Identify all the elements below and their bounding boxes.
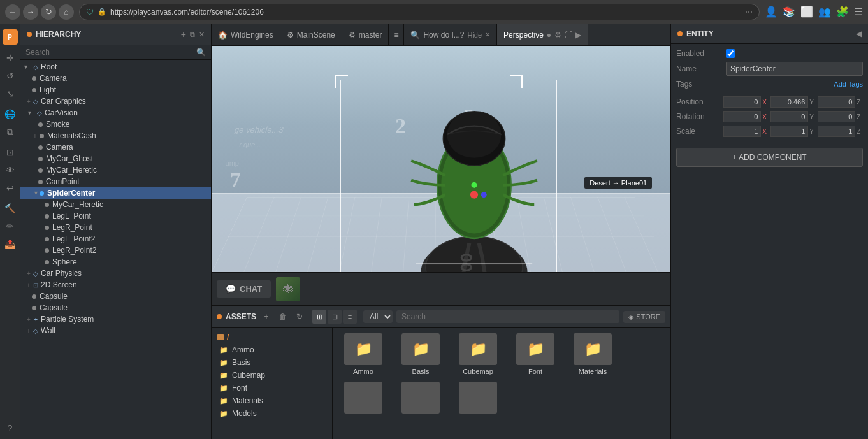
sidebar-icon-snap[interactable]: ⊡ — [2, 144, 18, 161]
url-bar[interactable]: 🛡 🔒 https://playcanvas.com/editor/scene/… — [79, 4, 760, 20]
position-z-input[interactable] — [818, 96, 855, 108]
tree-item-mycar-heretic[interactable]: MyCar_Heretic — [20, 164, 211, 176]
rotation-y-input[interactable] — [770, 111, 808, 122]
tab-perspective[interactable]: Perspective ● ⚙ ⛶ ▶ — [497, 24, 588, 46]
bookmarks-icon[interactable]: 📚 — [783, 6, 795, 18]
assets-tree-item-cubemap[interactable]: 📁 Cubemap — [212, 369, 332, 382]
tab-settings-icon[interactable]: ⚙ — [554, 31, 561, 40]
sidebar-icon-edit[interactable]: ✏ — [2, 218, 18, 234]
tab-howdoi[interactable]: 🔍 How do I...? Hide ✕ — [404, 24, 497, 46]
asset-item-materials[interactable]: 📁 Materials — [567, 333, 618, 375]
home-button[interactable]: ⌂ — [59, 4, 74, 20]
sidebar-icon-translate[interactable]: ✛ — [2, 50, 18, 66]
tree-item-car-graphics[interactable]: + ◇ Car Graphics — [20, 96, 211, 107]
scale-z-input[interactable] — [818, 126, 855, 137]
tree-item-mycar-ghost[interactable]: MyCar_Ghost — [20, 153, 211, 164]
assets-tree-item-font[interactable]: 📁 Font — [212, 382, 332, 394]
refresh-button[interactable]: ↻ — [41, 4, 56, 20]
tree-item-capsule1[interactable]: Capsule — [20, 291, 211, 302]
more-btn[interactable]: ⋯ — [745, 8, 753, 17]
sidebar-icon-rotate[interactable]: ↺ — [2, 68, 18, 84]
tree-item-2dscreen[interactable]: + ⊡ 2D Screen — [20, 279, 211, 291]
position-x-input[interactable] — [723, 96, 761, 108]
assets-tree-item-basis[interactable]: 📁 Basis — [212, 356, 332, 369]
user-icon[interactable]: 👥 — [818, 6, 831, 18]
tab-expand-icon[interactable]: ⛶ — [565, 31, 572, 40]
sidebar-icon-back[interactable]: ↩ — [2, 180, 18, 196]
assets-refresh-btn[interactable]: ↻ — [293, 310, 306, 323]
assets-tree-item-materials[interactable]: 📁 Materials — [212, 394, 332, 407]
hierarchy-add-btn[interactable]: + — [181, 29, 186, 40]
asset-item-font[interactable]: 📁 Font — [510, 333, 561, 375]
tree-item-wall[interactable]: + ◇ Wall — [20, 325, 211, 336]
tabs-icon[interactable]: ⬜ — [800, 6, 813, 18]
asset-item-row2-2[interactable] — [395, 382, 446, 414]
tree-item-legl-point2[interactable]: LegL_Point2 — [20, 233, 211, 245]
scale-x-input[interactable] — [723, 126, 761, 137]
tab-play-icon[interactable]: ▶ — [575, 31, 581, 40]
assets-search-input[interactable] — [396, 310, 619, 323]
name-input[interactable] — [726, 62, 863, 76]
hierarchy-search-icon[interactable]: 🔍 — [196, 48, 206, 57]
tree-item-spidercenter[interactable]: ▼ SpiderCenter — [20, 187, 211, 199]
back-button[interactable]: ← — [5, 4, 20, 20]
tab-close-icon[interactable]: ✕ — [485, 31, 490, 38]
asset-item-ammo[interactable]: 📁 Ammo — [338, 333, 389, 375]
rotation-z-input[interactable] — [818, 111, 855, 122]
asset-item-row2-3[interactable] — [452, 382, 503, 414]
sidebar-icon-layers[interactable]: ⧉ — [2, 124, 18, 140]
tab-mainscene[interactable]: ⚙ MainScene — [280, 24, 342, 46]
add-tags-btn[interactable]: Add Tags — [834, 80, 863, 88]
tab-list-btn[interactable]: ≡ — [389, 24, 404, 46]
sidebar-icon-publish[interactable]: 📤 — [2, 236, 18, 252]
assets-filter-select[interactable]: All — [363, 310, 393, 323]
tree-item-camera[interactable]: Camera — [20, 73, 211, 84]
tree-item-capsule2[interactable]: Capsule — [20, 302, 211, 313]
add-component-button[interactable]: + ADD COMPONENT — [676, 148, 863, 167]
assets-tree-item-models[interactable]: 📁 Models — [212, 407, 332, 420]
asset-item-cubemap[interactable]: 📁 Cubemap — [452, 333, 503, 375]
rotation-x-input[interactable] — [723, 111, 761, 122]
assets-tree-root[interactable]: / — [212, 331, 332, 343]
profile-icon[interactable]: 👤 — [765, 6, 778, 18]
tree-item-root[interactable]: ▼ ◇ Root — [20, 61, 211, 73]
assets-add-btn[interactable]: + — [260, 310, 273, 323]
tab-master[interactable]: ⚙ master — [342, 24, 389, 46]
hierarchy-copy-btn[interactable]: ⧉ — [190, 31, 195, 39]
sidebar-icon-eye[interactable]: 👁 — [2, 162, 18, 178]
tree-item-car-physics[interactable]: + ◇ Car Physics — [20, 268, 211, 279]
assets-view-list-btn[interactable]: ≡ — [343, 310, 357, 324]
tree-item-sphere[interactable]: Sphere — [20, 256, 211, 268]
assets-view-grid-large-btn[interactable]: ⊞ — [312, 310, 326, 324]
store-button[interactable]: ◈ STORE — [623, 311, 665, 323]
tree-item-mycar-heretic2[interactable]: MyCar_Heretic — [20, 199, 211, 210]
asset-item-row2-1[interactable] — [338, 382, 389, 414]
tree-item-legr-point[interactable]: LegR_Point — [20, 222, 211, 233]
sidebar-icon-world[interactable]: 🌐 — [2, 106, 18, 122]
tree-item-materialscash[interactable]: + MaterialsCash — [20, 130, 211, 141]
tree-item-legr-point2[interactable]: LegR_Point2 — [20, 245, 211, 256]
assets-delete-btn[interactable]: 🗑 — [277, 310, 289, 323]
asset-item-basis[interactable]: 📁 Basis — [395, 333, 446, 375]
assets-tree-item-ammo[interactable]: 📁 Ammo — [212, 343, 332, 356]
forward-button[interactable]: → — [23, 4, 38, 20]
tree-item-camera2[interactable]: Camera — [20, 141, 211, 153]
assets-view-grid-small-btn[interactable]: ⊟ — [328, 310, 342, 324]
viewport-canvas[interactable]: 2 3 7 — [212, 46, 670, 272]
tree-item-light[interactable]: Light — [20, 84, 211, 96]
tree-item-particle-system[interactable]: + ✦ Particle System — [20, 313, 211, 325]
hierarchy-close-btn[interactable]: ✕ — [199, 31, 205, 39]
tree-item-campoint[interactable]: CamPoint — [20, 176, 211, 187]
sidebar-icon-help[interactable]: ? — [2, 420, 18, 436]
sidebar-icon-build[interactable]: 🔨 — [2, 200, 18, 217]
tree-item-smoke[interactable]: Smoke — [20, 119, 211, 130]
entity-collapse-btn[interactable]: ◀ — [856, 29, 862, 38]
position-y-input[interactable] — [770, 96, 808, 108]
tree-item-legl-point[interactable]: LegL_Point — [20, 210, 211, 222]
hierarchy-search-input[interactable] — [25, 48, 194, 57]
tab-wildengines[interactable]: 🏠 WildEngines — [212, 24, 280, 46]
tree-item-carvision[interactable]: ▼ ◇ CarVision — [20, 107, 211, 119]
extensions-icon[interactable]: 🧩 — [836, 6, 849, 18]
enabled-checkbox[interactable] — [726, 49, 735, 58]
sidebar-icon-scale[interactable]: ⤡ — [2, 85, 18, 102]
